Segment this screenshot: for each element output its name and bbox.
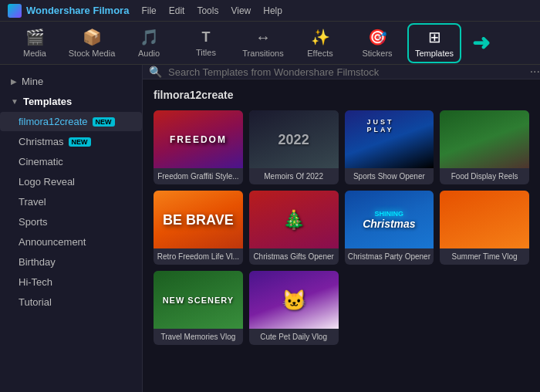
card-label-memoirs: Memoirs Of 2022 bbox=[249, 168, 339, 184]
tool-media[interactable]: 🎬 Media bbox=[8, 23, 62, 63]
card-label-christmas-gifts: Christmas Gifts Opener bbox=[249, 248, 339, 265]
search-input[interactable] bbox=[168, 66, 530, 78]
sidebar-christmas-label: Christmas bbox=[19, 136, 64, 147]
template-card-freedom-graffiti[interactable]: FREEDOM ⬇ Freedom Graffiti Style... bbox=[154, 110, 243, 184]
toolbar: 🎬 Media 📦 Stock Media 🎵 Audio T Titles ↔… bbox=[0, 22, 540, 65]
tool-transitions[interactable]: ↔ Transitions bbox=[236, 23, 290, 63]
menu-edit[interactable]: Edit bbox=[169, 5, 185, 16]
download-icon: ⬇ bbox=[231, 313, 240, 326]
menu-view[interactable]: View bbox=[231, 5, 251, 16]
tool-stickers-label: Stickers bbox=[362, 49, 392, 58]
template-grid: FREEDOM ⬇ Freedom Graffiti Style... 2022 bbox=[154, 110, 529, 345]
chevron-right-icon: ▶ bbox=[11, 77, 17, 86]
titles-icon: T bbox=[202, 29, 211, 46]
card-label-cute-pet: Cute Pet Daily Vlog bbox=[249, 329, 339, 345]
sidebar-item-hi-tech[interactable]: Hi-Tech bbox=[0, 272, 142, 292]
download-icon: ⬇ bbox=[517, 233, 526, 245]
sidebar-item-travel[interactable]: Travel bbox=[0, 192, 142, 211]
sidebar-item-sports[interactable]: Sports bbox=[0, 212, 142, 231]
tool-audio-label: Audio bbox=[138, 49, 160, 58]
download-icon: ⬇ bbox=[517, 153, 526, 165]
sidebar-item-filmora12create[interactable]: filmora12create NEW bbox=[0, 112, 142, 131]
audio-icon: 🎵 bbox=[140, 28, 159, 46]
sidebar-birthday-label: Birthday bbox=[19, 256, 56, 268]
sidebar-item-logo-reveal[interactable]: Logo Reveal bbox=[0, 172, 142, 191]
search-icon: 🔍 bbox=[143, 66, 168, 78]
tool-audio[interactable]: 🎵 Audio bbox=[122, 23, 176, 63]
menu-bar: Wondershare Filmora File Edit Tools View… bbox=[0, 0, 540, 22]
download-icon: ⬇ bbox=[326, 313, 336, 326]
tool-stock[interactable]: 📦 Stock Media bbox=[65, 23, 119, 63]
effects-icon: ✨ bbox=[311, 28, 330, 46]
tool-stickers[interactable]: 🎯 Stickers bbox=[350, 23, 404, 63]
sidebar-templates-label: Templates bbox=[23, 96, 72, 107]
badge-new-filmora12: NEW bbox=[93, 117, 115, 127]
template-card-food-display[interactable]: ⬇ Food Display Reels bbox=[440, 110, 529, 184]
stock-icon: 📦 bbox=[83, 28, 102, 46]
template-card-cute-pet[interactable]: 🐱 ⬇ Cute Pet Daily Vlog bbox=[249, 271, 339, 345]
template-card-sports-show[interactable]: JUST PLAY ⬇ Sports Show Opener bbox=[345, 110, 434, 184]
app-logo: Wondershare Filmora bbox=[8, 4, 129, 18]
stickers-icon: 🎯 bbox=[368, 28, 387, 46]
template-card-summer-vlog[interactable]: ⬇ Summer Time Vlog bbox=[440, 191, 529, 265]
sidebar-mine-label: Mine bbox=[22, 76, 43, 87]
badge-new-christmas: NEW bbox=[69, 137, 91, 147]
sidebar-hi-tech-label: Hi-Tech bbox=[19, 276, 52, 288]
sidebar-travel-label: Travel bbox=[19, 196, 46, 208]
template-card-memoirs-2022[interactable]: 2022 ⬇ Memoirs Of 2022 bbox=[249, 110, 339, 184]
arrow-indicator: ➜ bbox=[472, 30, 490, 56]
card-label-summer-vlog: Summer Time Vlog bbox=[440, 248, 529, 265]
tool-templates[interactable]: ⊞ Templates bbox=[407, 23, 461, 63]
main-area: ▶ Mine ▼ Templates filmora12create NEW C… bbox=[0, 65, 540, 392]
sidebar-tutorial-label: Tutorial bbox=[19, 296, 52, 308]
download-icon: ⬇ bbox=[326, 153, 336, 165]
tool-media-label: Media bbox=[23, 49, 46, 58]
tool-effects-label: Effects bbox=[307, 49, 332, 58]
sidebar-item-announcement[interactable]: Announcement bbox=[0, 232, 142, 252]
tool-stock-label: Stock Media bbox=[69, 49, 116, 58]
tool-titles-label: Titles bbox=[196, 48, 216, 57]
sidebar-item-tutorial[interactable]: Tutorial bbox=[0, 292, 142, 312]
card-label-food-display: Food Display Reels bbox=[440, 168, 529, 184]
menu-help[interactable]: Help bbox=[263, 5, 282, 16]
templates-icon: ⊞ bbox=[428, 28, 441, 46]
template-card-travel-memories[interactable]: NEW SCENERY ⬇ Travel Memories Vlog bbox=[154, 271, 243, 345]
search-area: 🔍 ··· bbox=[143, 65, 540, 79]
download-icon: ⬇ bbox=[421, 153, 430, 165]
card-label-sports-show: Sports Show Opener bbox=[345, 168, 434, 184]
sidebar-cinematic-label: Cinematic bbox=[19, 156, 63, 167]
template-card-christmas-party[interactable]: SHINING Christmas ⬇ Christmas Party Open… bbox=[345, 191, 434, 265]
card-label-retro-freedom: Retro Freedom Life Vl... bbox=[154, 248, 243, 265]
logo-icon bbox=[8, 4, 22, 18]
transitions-icon: ↔ bbox=[255, 29, 271, 46]
sidebar-filmora12create-label: filmora12create bbox=[19, 116, 88, 127]
menu-tools[interactable]: Tools bbox=[197, 5, 218, 16]
sidebar-sports-label: Sports bbox=[19, 216, 48, 228]
tool-effects[interactable]: ✨ Effects bbox=[293, 23, 347, 63]
sidebar-announcement-label: Announcement bbox=[19, 236, 86, 248]
template-card-retro-freedom[interactable]: BE BRAVE ⬇ Retro Freedom Life Vl... bbox=[154, 191, 243, 265]
template-card-christmas-gifts[interactable]: 🎄 ⬇ Christmas Gifts Opener bbox=[249, 191, 339, 265]
card-label-freedom-graffiti: Freedom Graffiti Style... bbox=[154, 168, 243, 184]
sidebar-item-birthday[interactable]: Birthday bbox=[0, 252, 142, 272]
content-area: filmora12create FREEDOM ⬇ Freedom Graffi… bbox=[143, 79, 540, 392]
section-title: filmora12create bbox=[154, 89, 529, 101]
tool-transitions-label: Transitions bbox=[242, 49, 283, 58]
sidebar-item-mine[interactable]: ▶ Mine bbox=[0, 72, 142, 91]
app-title: Wondershare Filmora bbox=[26, 5, 129, 16]
sidebar-item-cinematic[interactable]: Cinematic bbox=[0, 152, 142, 171]
more-options-button[interactable]: ··· bbox=[530, 65, 540, 79]
menu-file[interactable]: File bbox=[141, 5, 156, 16]
download-icon: ⬇ bbox=[231, 233, 240, 245]
media-icon: 🎬 bbox=[25, 28, 45, 46]
chevron-down-icon: ▼ bbox=[11, 97, 19, 106]
sidebar-item-christmas[interactable]: Christmas NEW bbox=[0, 132, 142, 151]
tool-titles[interactable]: T Titles bbox=[179, 23, 233, 63]
card-label-christmas-party: Christmas Party Opener bbox=[345, 248, 434, 265]
download-icon: ⬇ bbox=[421, 233, 430, 245]
sidebar-templates-header[interactable]: ▼ Templates bbox=[0, 92, 142, 111]
card-label-travel-memories: Travel Memories Vlog bbox=[154, 329, 243, 345]
tool-templates-label: Templates bbox=[415, 49, 454, 58]
download-icon: ⬇ bbox=[231, 153, 240, 165]
sidebar: ▶ Mine ▼ Templates filmora12create NEW C… bbox=[0, 65, 143, 392]
